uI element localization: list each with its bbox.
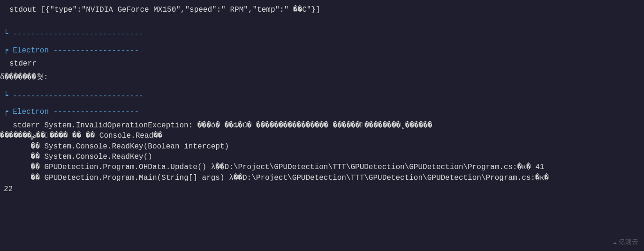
stdout-line: stdout [{"type":"NVIDIA GeForce MX150","…	[0, 5, 644, 15]
stack-trace-line-3: �� GPUDetection.Program.OHData.Update() …	[0, 162, 644, 172]
stderr-block-1: stderr	[0, 59, 644, 69]
stack-trace-line-4: �� GPUDetection.Program.Main(String[] ar…	[0, 173, 644, 183]
stderr-label: stderr	[9, 59, 644, 69]
divider-bottom-1: ┕ -----------------------------	[0, 91, 644, 101]
line-number: 22	[0, 184, 644, 194]
divider-top-1: ┕ -----------------------------	[0, 29, 644, 39]
exception-line-2: �������ض��򡣳���� �� �� Console.Read��	[0, 131, 644, 141]
watermark-text: 亿速云	[619, 238, 638, 247]
stack-trace-line-2: �� System.Console.ReadKey()	[0, 152, 644, 162]
stack-trace-line-1: �� System.Console.ReadKey(Boolean interc…	[0, 141, 644, 152]
stderr-garbled-1: δ�������쳣:	[0, 72, 644, 82]
electron-header-1: ┍ Electron -------------------	[0, 45, 644, 56]
exception-block: stderr System.InvalidOperationException:…	[0, 120, 644, 183]
watermark: ☁ 亿速云	[613, 238, 638, 247]
electron-header-2: ┍ Electron -------------------	[0, 107, 644, 117]
cloud-icon: ☁	[613, 238, 617, 247]
terminal-output: stdout [{"type":"NVIDIA GeForce MX150","…	[0, 5, 644, 194]
exception-line-1: stderr System.InvalidOperationException:…	[0, 120, 644, 131]
